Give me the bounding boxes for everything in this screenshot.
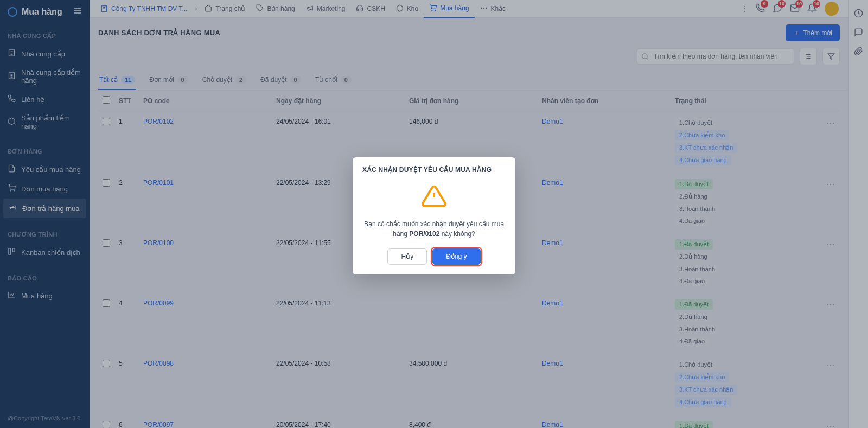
cancel-button[interactable]: Hủy xyxy=(387,248,427,265)
warning-icon xyxy=(421,183,447,209)
modal-text-after: này không? xyxy=(439,230,475,238)
modal-title: XÁC NHẬN DUYỆT YÊU CẦU MUA HÀNG xyxy=(353,157,515,180)
modal-text-bold: POR/0102 xyxy=(409,230,439,238)
modal-text: Bạn có chắc muốn xác nhận duyệt yêu cầu … xyxy=(362,219,506,239)
modal-footer: Hủy Đồng ý xyxy=(353,246,515,274)
modal-body: Bạn có chắc muốn xác nhận duyệt yêu cầu … xyxy=(353,180,515,246)
confirm-button[interactable]: Đồng ý xyxy=(432,248,480,265)
confirm-modal: XÁC NHẬN DUYỆT YÊU CẦU MUA HÀNG Bạn có c… xyxy=(353,157,515,274)
modal-overlay[interactable]: XÁC NHẬN DUYỆT YÊU CẦU MUA HÀNG Bạn có c… xyxy=(0,0,868,428)
